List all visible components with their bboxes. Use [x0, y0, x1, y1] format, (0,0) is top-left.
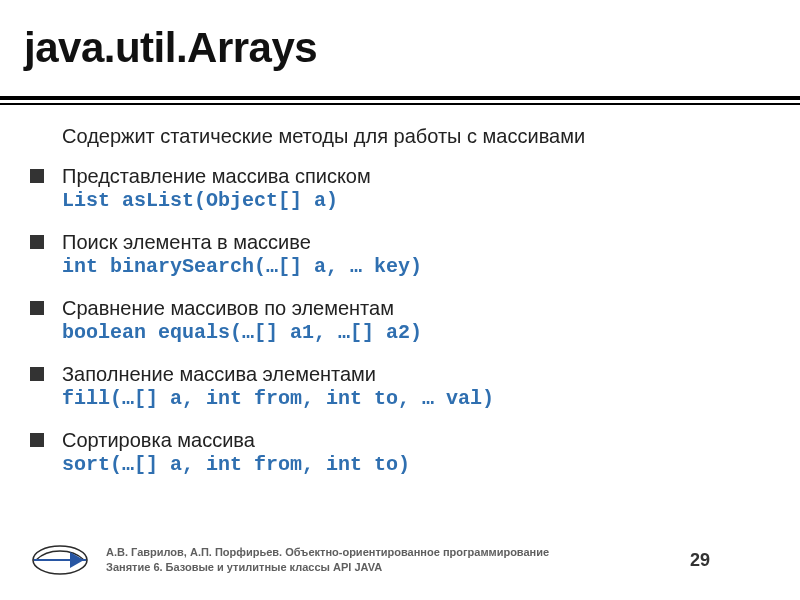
footer-logo-icon [30, 542, 90, 578]
title-divider [0, 96, 800, 106]
bullet-icon [30, 433, 44, 447]
footer-line: Занятие 6. Базовые и утилитные классы AP… [106, 560, 690, 575]
footer-line: А.В. Гаврилов, А.П. Порфирьев. Объектно-… [106, 545, 690, 560]
slide-footer: А.В. Гаврилов, А.П. Порфирьев. Объектно-… [0, 538, 800, 582]
slide-content: Содержит статические методы для работы с… [62, 125, 772, 494]
page-title: java.util.Arrays [24, 24, 776, 72]
bullet-icon [30, 367, 44, 381]
list-item: Сортировка массива sort(…[] a, int from,… [62, 428, 772, 477]
lead-text: Содержит статические методы для работы с… [62, 125, 772, 148]
item-desc: Сравнение массивов по элементам [62, 296, 772, 320]
list-item: Сравнение массивов по элементам boolean … [62, 296, 772, 345]
item-code: List asList(Object[] a) [62, 188, 772, 213]
item-code: int binarySearch(…[] a, … key) [62, 254, 772, 279]
item-desc: Заполнение массива элементами [62, 362, 772, 386]
list-item: Представление массива списком List asLis… [62, 164, 772, 213]
item-desc: Представление массива списком [62, 164, 772, 188]
slide: java.util.Arrays Содержит статические ме… [0, 0, 800, 600]
bullet-icon [30, 301, 44, 315]
item-code: boolean equals(…[] a1, …[] a2) [62, 320, 772, 345]
bullet-icon [30, 235, 44, 249]
bullet-icon [30, 169, 44, 183]
footer-text: А.В. Гаврилов, А.П. Порфирьев. Объектно-… [106, 545, 690, 575]
item-desc: Поиск элемента в массиве [62, 230, 772, 254]
list-item: Поиск элемента в массиве int binarySearc… [62, 230, 772, 279]
page-number: 29 [690, 550, 710, 571]
item-code: sort(…[] a, int from, int to) [62, 452, 772, 477]
item-desc: Сортировка массива [62, 428, 772, 452]
item-code: fill(…[] a, int from, int to, … val) [62, 386, 772, 411]
list-item: Заполнение массива элементами fill(…[] a… [62, 362, 772, 411]
